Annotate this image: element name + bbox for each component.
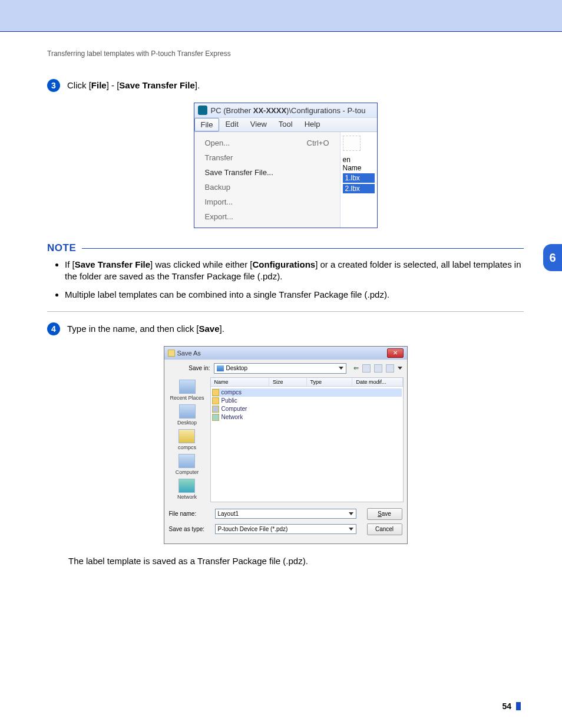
folder-icon xyxy=(212,389,219,396)
save-button[interactable]: Save xyxy=(367,508,402,520)
menu-transfer[interactable]: Transfer xyxy=(194,150,340,165)
menu-import[interactable]: Import... xyxy=(194,195,340,209)
step-4: 4 Type in the name, and then click [Save… xyxy=(47,322,524,335)
window-title: PC (Brother XX-XXXX)\Configurations - P-… xyxy=(194,103,377,117)
filename-label: File name: xyxy=(169,510,210,517)
note-heading: NOTE xyxy=(47,242,524,254)
chevron-down-icon xyxy=(349,512,353,515)
page-footer: 54 xyxy=(0,584,562,728)
menu-open[interactable]: Open... Ctrl+O xyxy=(194,136,340,150)
thumbnail-icon xyxy=(343,136,361,151)
chevron-down-icon xyxy=(349,528,353,531)
list-header: Name Size Type Date modif... xyxy=(211,378,403,387)
menu-save-transfer-file[interactable]: Save Transfer File... xyxy=(194,165,340,180)
cancel-button[interactable]: Cancel xyxy=(367,523,402,535)
note-item-1: If [Save Transfer File] was clicked whil… xyxy=(65,259,524,283)
save-as-dialog: Save As ✕ Save in: Desktop ⇐ xyxy=(164,346,408,544)
note-item-2: Multiple label templates can be combined… xyxy=(65,289,524,301)
place-computer[interactable]: Computer xyxy=(176,454,199,475)
place-recent[interactable]: Recent Places xyxy=(170,380,204,401)
menu-backup[interactable]: Backup xyxy=(194,180,340,195)
step3-number: 3 xyxy=(47,79,60,92)
toolbar-icon[interactable] xyxy=(386,364,394,373)
toolbar-icon[interactable] xyxy=(374,364,382,373)
desktop-icon xyxy=(179,404,196,419)
closing-text: The label template is saved as a Transfe… xyxy=(47,556,524,566)
menubar: File Edit View Tool Help xyxy=(194,117,377,132)
dialog-titlebar: Save As ✕ xyxy=(164,347,407,360)
file-list: Name Size Type Date modif... compcs Publ… xyxy=(210,377,404,502)
app-icon xyxy=(198,106,207,115)
list-item[interactable]: compcs xyxy=(212,388,402,397)
computer-icon xyxy=(178,454,195,468)
menu-view[interactable]: View xyxy=(244,118,273,131)
filename-input[interactable]: Layout1 xyxy=(215,509,356,519)
file-list-side: en Name 1.lbx 2.lbx xyxy=(340,132,377,228)
places-bar: Recent Places Desktop compcs Computer Ne… xyxy=(164,377,210,506)
step4-text: Type in the name, and then click [Save]. xyxy=(67,322,224,334)
step-3: 3 Click [File] - [Save Transfer File]. xyxy=(47,79,524,92)
computer-icon xyxy=(212,406,219,413)
list-item[interactable]: 2.lbx xyxy=(343,184,375,193)
dialog-toolbar: ⇐ xyxy=(350,364,402,373)
chevron-down-icon xyxy=(339,367,343,370)
page-top-band xyxy=(0,0,562,32)
file-dropdown: Open... Ctrl+O Transfer Save Transfer Fi… xyxy=(194,132,340,228)
saveastype-label: Save as type: xyxy=(169,526,210,532)
menu-export[interactable]: Export... xyxy=(194,209,340,224)
recent-icon xyxy=(179,380,196,394)
note-list: If [Save Transfer File] was clicked whil… xyxy=(47,259,524,301)
menu-help[interactable]: Help xyxy=(299,118,326,131)
list-item[interactable]: Computer xyxy=(212,405,402,413)
savein-label: Save in: xyxy=(169,365,210,371)
folder-icon xyxy=(178,429,195,443)
place-desktop[interactable]: Desktop xyxy=(177,404,197,426)
note-separator xyxy=(47,311,524,312)
desktop-icon xyxy=(217,365,224,371)
place-network[interactable]: Network xyxy=(177,479,197,500)
note-rule xyxy=(82,248,524,249)
chapter-tab: 6 xyxy=(543,244,562,271)
network-icon xyxy=(178,479,195,493)
page-header: Transferring label templates with P-touc… xyxy=(47,50,524,58)
list-item[interactable]: Network xyxy=(212,413,402,421)
close-button[interactable]: ✕ xyxy=(387,348,404,358)
chevron-down-icon xyxy=(398,367,402,370)
dialog-icon xyxy=(168,350,175,357)
list-item[interactable]: 1.lbx xyxy=(343,173,375,183)
folder-icon xyxy=(212,397,219,404)
page-number: 54 xyxy=(502,701,511,711)
list-item[interactable]: Public xyxy=(212,397,402,405)
toolbar-icon[interactable] xyxy=(362,364,371,373)
place-compcs[interactable]: compcs xyxy=(178,429,196,450)
step3-text: Click [File] - [Save Transfer File]. xyxy=(67,79,200,90)
step4-number: 4 xyxy=(47,322,60,335)
menu-edit[interactable]: Edit xyxy=(219,118,244,131)
network-icon xyxy=(212,414,219,421)
menu-tool[interactable]: Tool xyxy=(273,118,299,131)
file-menu-figure: PC (Brother XX-XXXX)\Configurations - P-… xyxy=(194,103,378,228)
savein-combo[interactable]: Desktop xyxy=(214,363,346,374)
footer-accent xyxy=(516,702,521,710)
saveastype-combo[interactable]: P-touch Device File (*.pdz) xyxy=(215,524,356,534)
menu-file[interactable]: File xyxy=(194,118,220,131)
